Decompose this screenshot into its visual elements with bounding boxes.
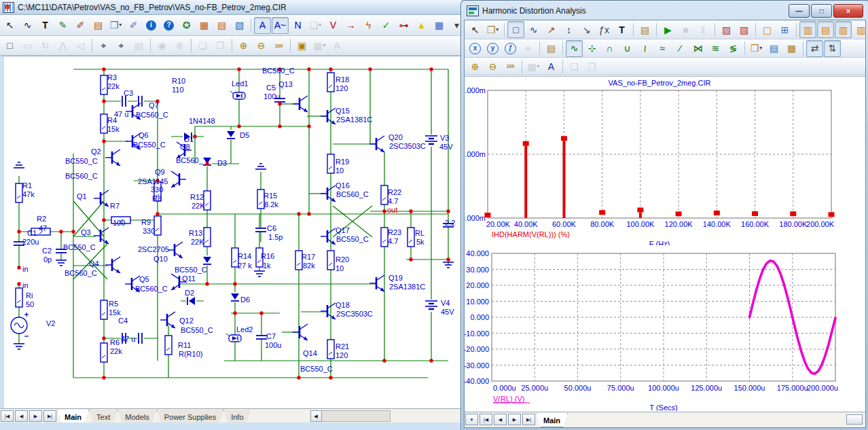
grid-layout-icon[interactable]: ▦▾ [525, 58, 542, 75]
select-tool-icon[interactable]: ↖ [1, 17, 18, 34]
dropdown-arrow-icon[interactable]: ▾ [119, 22, 122, 28]
clipboard-icon[interactable]: ❒▾ [484, 21, 501, 38]
wire-mode-icon[interactable]: ∿ [19, 17, 36, 34]
gmin-icon[interactable]: ≋ [707, 40, 724, 57]
clipboard-123-icon[interactable]: ▦ [783, 40, 800, 57]
tokens-icon[interactable]: ▧ [736, 21, 753, 38]
clear-error-icon[interactable]: ⊗ [171, 37, 188, 54]
formula-icon[interactable]: ƒx [596, 21, 613, 38]
page-nav-first[interactable]: |◀ [1, 410, 14, 422]
dropdown-arrow-icon[interactable]: ▾ [323, 43, 326, 48]
sheet-edit-icon[interactable]: ▧ [231, 17, 248, 34]
plot-nav-next[interactable]: ▶ [508, 414, 521, 425]
horizontal-stripes-icon[interactable]: ▤ [817, 21, 834, 38]
flip-y-icon[interactable]: ⋀ [54, 37, 71, 54]
zoom-in-icon[interactable]: ⊕ [467, 58, 484, 75]
y-axis-icon[interactable]: y [484, 40, 501, 57]
page-nav-last[interactable]: ▶| [43, 410, 56, 422]
flip-x-icon[interactable]: ◁ [72, 37, 89, 54]
zoom-in-icon[interactable]: ⊕ [235, 37, 252, 54]
analysis-titlebar[interactable]: Harmonic Distortion Analysis — □ × [467, 3, 863, 19]
polygon-mode-icon[interactable]: ✐ [72, 17, 89, 34]
tile-icon[interactable]: ▦▾ [311, 37, 328, 54]
gmax-icon[interactable]: ≶ [725, 40, 742, 57]
plot-nav-first[interactable]: |◀ [480, 414, 492, 425]
text-mode-icon[interactable]: T [37, 17, 54, 34]
data-points-icon[interactable]: ▨ [718, 21, 735, 38]
valley2-icon[interactable]: ∪ [619, 40, 636, 57]
scale-mode-icon[interactable]: □ [507, 21, 524, 38]
page-nav-next[interactable]: ▶ [29, 410, 42, 422]
search-icon[interactable]: ⌖ [520, 40, 537, 57]
pin-connect-icon[interactable]: ⊶ [395, 17, 412, 34]
node-voltages-icon[interactable]: V [325, 17, 342, 34]
pause-icon[interactable]: ‖ [695, 21, 712, 38]
zoom-100-icon[interactable]: 100 [502, 58, 519, 75]
schematic-titlebar[interactable]: C:\MC11\DATA\Petrov\VAS_no_FB_Petrov\VAS… [0, 0, 462, 15]
copy-front-icon[interactable]: ❏ [566, 58, 583, 75]
attribute-text-icon[interactable]: A [254, 17, 271, 34]
tab-power-supplies[interactable]: Power Supplies [157, 410, 223, 423]
tab-main[interactable]: Main [57, 410, 89, 423]
to-front-icon[interactable]: ❏ [194, 37, 211, 54]
text-icon[interactable]: T [613, 21, 630, 38]
condition-icon[interactable]: ✓ [378, 17, 395, 34]
horizontal-tag-icon[interactable]: ↘ [578, 21, 595, 38]
cursor-mode-icon[interactable]: ∿ [525, 21, 542, 38]
plot-nav-pages-menu[interactable]: ▾ [465, 414, 478, 425]
plot-nav-prev[interactable]: ◀ [494, 414, 507, 425]
scale-axes2-icon[interactable]: ⇅ [824, 40, 841, 57]
plot-nav-last[interactable]: ▶| [522, 414, 535, 425]
component-menu-icon[interactable]: ❒▾ [107, 17, 124, 34]
warning-icon[interactable]: ▲ [413, 17, 430, 34]
run-icon[interactable]: ▶ [659, 21, 676, 38]
dropdown-arrow-icon[interactable]: ▾ [759, 46, 762, 51]
vertical-stripes-icon[interactable]: ▥ [799, 21, 816, 38]
font-icon[interactable]: A [543, 58, 560, 75]
inflection-icon[interactable]: ⋈ [689, 40, 706, 57]
schematic-drawing[interactable]: R322kC347 uQ7BC560_CR415kQ6BC550_CQ2BC55… [4, 56, 462, 409]
to-back-icon[interactable]: ❐ [212, 37, 229, 54]
numeric-output-icon[interactable]: ▤ [765, 40, 782, 57]
page-nav-prev[interactable]: ◀ [15, 410, 28, 422]
stripes-3-icon[interactable]: ▥ [852, 21, 868, 38]
restore-button[interactable]: □ [811, 4, 832, 18]
vertical-tag-icon[interactable]: ↕ [560, 21, 577, 38]
font-icon[interactable]: A [329, 37, 346, 54]
group-icon[interactable]: ❏▾ [307, 17, 324, 34]
stripes-2-icon[interactable]: ▥ [835, 21, 852, 38]
scale-axes-icon[interactable]: ⇄ [806, 40, 823, 57]
rotate-icon[interactable]: ↻ [37, 37, 54, 54]
dropdown-arrow-icon[interactable]: ▾ [496, 27, 499, 33]
schematic-canvas[interactable]: R322kC347 uQ7BC560_CR415kQ6BC550_CQ2BC55… [0, 56, 462, 408]
plus-box-icon[interactable]: ⊞ [776, 21, 793, 38]
info-icon[interactable]: i [143, 17, 160, 34]
annotate-icon[interactable]: ✐ [125, 17, 142, 34]
tab-models[interactable]: Models [117, 410, 156, 423]
help-icon[interactable]: ? [160, 17, 177, 34]
link-icon[interactable]: ✪ [178, 17, 195, 34]
select-tool-icon[interactable]: ↖ [467, 21, 484, 38]
plot-area[interactable]: VAS_no-FB_Petrov_2meg.CIR2.000m1.000m0.0… [465, 76, 865, 412]
close-button[interactable]: × [833, 4, 863, 18]
grid-icon[interactable]: ▦ [431, 17, 448, 34]
analysis-limits-icon[interactable]: ▤ [543, 40, 560, 57]
transient-waveform-chart[interactable]: 40.00030.00020.00010.0000.000-10.000-20.… [465, 248, 864, 411]
point-tag-icon[interactable]: ↗ [543, 21, 560, 38]
peak-icon[interactable]: ∿ [566, 40, 583, 57]
find-repeat-icon[interactable]: ⌖ [113, 37, 130, 54]
line-mode-icon[interactable]: ✎ [54, 17, 71, 34]
image-icon[interactable]: ▣ [293, 37, 310, 54]
scroll-track[interactable] [322, 410, 391, 422]
x-axis-icon[interactable]: x [467, 40, 484, 57]
table-icon[interactable]: ▤ [213, 17, 230, 34]
plot-tab-main[interactable]: Main [536, 413, 568, 427]
dropdown-arrow-icon[interactable]: ▾ [537, 64, 540, 69]
slope-icon[interactable]: ∕ [672, 40, 689, 57]
scroll-thumb[interactable] [846, 414, 863, 425]
valley-icon[interactable]: ⊹ [583, 40, 600, 57]
zoom-out-icon[interactable]: ⊖ [484, 58, 501, 75]
zoom-100-icon[interactable]: 100 [270, 37, 287, 54]
copy-back-icon[interactable]: ❐ [583, 58, 600, 75]
wire-text-icon[interactable]: A~ [272, 17, 289, 34]
